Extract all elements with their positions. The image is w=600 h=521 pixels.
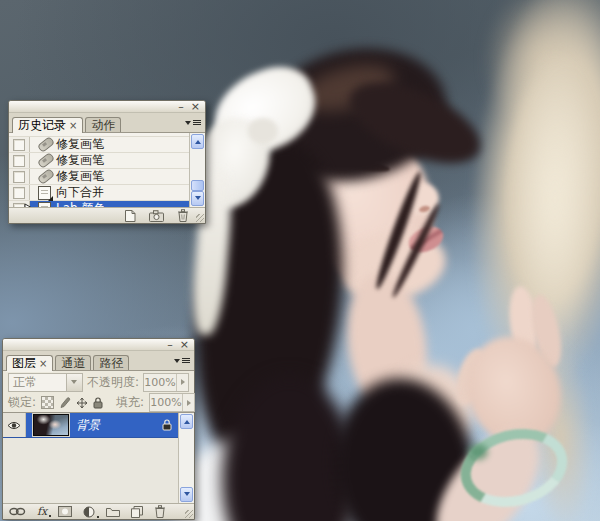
history-panel: – × 历史记录 × 动作 修复画笔 [8,100,206,224]
panel-menu-icon[interactable] [185,117,202,132]
history-titlebar[interactable]: – × [9,101,205,113]
lock-transparency-icon[interactable] [41,396,54,409]
tab-close-icon[interactable]: × [69,120,77,131]
well-box [13,155,25,167]
opacity-input[interactable]: 100% [143,373,189,392]
history-item-label: 修复画笔 [56,136,104,153]
blend-mode-select[interactable]: 正常 [8,373,83,392]
history-row[interactable]: 修复画笔 [9,169,190,185]
lock-row: 锁定: 填充: 100% [3,393,194,412]
layers-scrollbar[interactable] [178,413,194,503]
eye-icon [7,421,21,430]
padlock-glyph [93,397,103,409]
panel-menu-icon[interactable] [174,355,191,370]
layer-thumbnail[interactable] [33,414,69,436]
paintbrush-glyph [59,397,71,409]
new-document-from-state-button[interactable] [125,210,136,222]
scrollbar-thumb[interactable] [191,180,204,191]
lock-pixels-icon[interactable] [59,396,71,409]
new-layer-icon [131,506,143,518]
checkerboard-glyph [41,396,54,409]
link-layers-button[interactable] [9,507,26,516]
folder-icon [106,506,120,517]
scroll-up-button[interactable] [191,134,204,149]
close-icon[interactable]: × [180,340,189,349]
layers-list: 背景 [3,412,194,503]
resize-grip[interactable] [185,510,193,518]
chevron-right-icon [181,379,188,385]
tab-history[interactable]: 历史记录 × [12,117,83,133]
tab-channels[interactable]: 通道 [55,355,91,370]
healing-brush-icon [38,170,53,183]
layer-name: 背景 [76,417,162,434]
well-box [13,187,25,199]
layers-panel: – × 图层 × 通道 路径 正常 不透明度: [2,338,195,520]
opacity-slider-button[interactable] [176,374,188,391]
menu-lines-icon [182,358,190,363]
history-tabrow: 历史记录 × 动作 [9,113,205,133]
new-layer-button[interactable] [131,506,143,518]
delete-state-button[interactable] [177,209,189,222]
close-icon[interactable]: × [191,102,200,111]
history-item-label: Lab 颜色 [56,200,105,207]
tab-paths[interactable]: 路径 [93,355,129,370]
minimize-icon[interactable]: – [178,102,184,111]
layers-bottom-bar: fx [3,503,194,519]
chevron-down-icon [71,380,77,387]
new-document-icon [125,210,136,222]
lock-position-icon[interactable] [76,396,88,409]
new-snapshot-button[interactable] [149,210,164,222]
arrow-down-icon [195,196,201,203]
layers-titlebar[interactable]: – × [3,339,194,351]
bandage-glyph [37,136,55,153]
visibility-toggle[interactable] [3,413,26,437]
merge-down-icon [38,186,53,199]
well-box [13,171,25,183]
scroll-down-button[interactable] [180,487,193,502]
white-bow-knot [248,118,278,144]
history-brush-source-well[interactable] [9,153,30,168]
history-row[interactable]: 修复画笔 [9,153,190,169]
layer-lock-icon [162,419,172,431]
bandage-glyph [37,168,55,185]
blend-mode-row: 正常 不透明度: 100% [3,371,194,393]
history-item-label: 向下合并 [56,184,104,201]
history-scrollbar[interactable] [189,133,205,207]
scroll-up-button[interactable] [180,414,193,429]
history-row[interactable]: 向下合并 [9,185,190,201]
blend-mode-value: 正常 [9,374,66,391]
new-group-button[interactable] [106,506,120,517]
add-layer-mask-button[interactable] [58,506,72,517]
delete-layer-button[interactable] [154,505,166,518]
healing-brush-icon [38,138,53,151]
padlock-glyph [162,419,172,431]
history-item-label: 修复画笔 [56,168,104,185]
history-row[interactable]: 修复画笔 [9,137,190,153]
fill-slider-button[interactable] [182,394,194,411]
adjustment-layer-button[interactable] [83,506,95,518]
history-bottom-bar [9,207,205,223]
history-list: 修复画笔 修复画笔 修复画笔 向下合并 Lab 颜色 [9,133,205,207]
fx-icon: fx [37,507,47,517]
adjustment-circle-icon [83,506,95,518]
trash-icon [177,209,189,222]
resize-grip[interactable] [196,214,204,222]
history-brush-source-well[interactable] [9,185,30,200]
fill-input[interactable]: 100% [149,393,195,412]
layer-row-background[interactable]: 背景 [3,413,179,438]
tab-layers[interactable]: 图层 × [6,355,53,371]
tab-history-label: 历史记录 [18,117,66,134]
history-brush-source-well[interactable] [9,137,30,152]
scroll-down-button[interactable] [191,191,204,206]
minimize-icon[interactable]: – [167,340,173,349]
chain-link-icon [9,507,26,516]
combo-dropdown-button[interactable] [66,374,82,391]
tab-close-icon[interactable]: × [39,358,47,369]
history-brush-source-well[interactable] [9,169,30,184]
opacity-value: 100% [144,376,176,389]
fill-value: 100% [150,396,182,409]
lock-all-icon[interactable] [93,396,103,409]
tab-actions[interactable]: 动作 [85,117,121,132]
layer-style-button[interactable]: fx [37,507,47,517]
chevron-right-icon [187,400,194,406]
